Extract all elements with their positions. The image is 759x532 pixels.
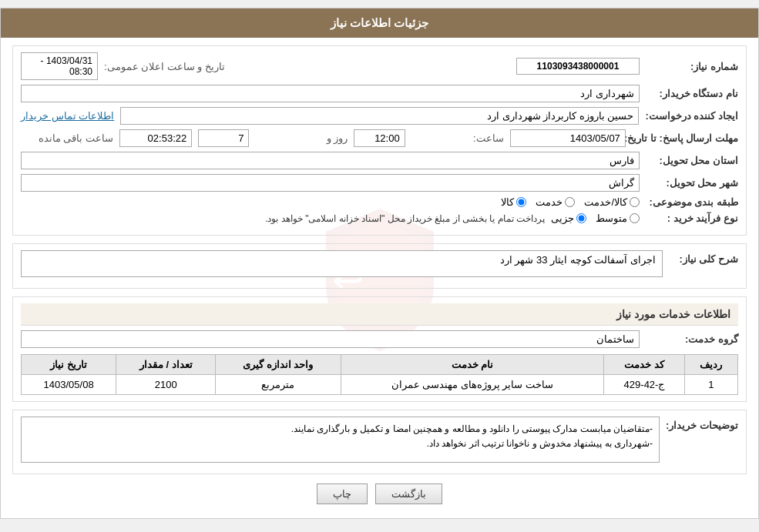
page-title: جزئیات اطلاعات نیاز xyxy=(331,16,428,29)
need-desc-value: اجرای آسفالت کوچه ایثار 33 شهر ارد xyxy=(21,250,663,277)
category-radio-group: کالا/خدمت خدمت کالا xyxy=(501,196,640,208)
buyer-org-label: نام دستگاه خریدار: xyxy=(646,88,738,99)
category-kala-khidmat-radio[interactable] xyxy=(630,197,640,207)
table-row: 1 ج-42-429 ساخت سایر پروژه‌های مهندسی عم… xyxy=(22,375,738,395)
reply-days-label: روز و xyxy=(255,132,348,144)
cell-date: 1403/05/08 xyxy=(22,375,116,395)
services-table: ردیف کد خدمت نام خدمت واحد اندازه گیری ت… xyxy=(21,354,738,395)
requester-label: ایجاد کننده درخواست: xyxy=(645,110,738,122)
category-kala-radio[interactable] xyxy=(516,197,526,207)
announce-label: تاریخ و ساعت اعلان عمومی: xyxy=(104,61,225,72)
purchase-type-juzii-label: جزیی xyxy=(551,212,574,224)
need-number-label: شماره نیاز: xyxy=(646,61,738,72)
page-header: جزئیات اطلاعات نیاز xyxy=(1,8,758,38)
col-header-row: ردیف xyxy=(684,355,737,375)
col-header-qty: تعداد / مقدار xyxy=(116,355,216,375)
reply-days-value: 7 xyxy=(198,129,249,147)
col-header-name: نام خدمت xyxy=(341,355,603,375)
purchase-type-radio-group: متوسط جزیی xyxy=(551,212,640,224)
purchase-type-label: نوع فرآیند خرید : xyxy=(646,212,738,224)
remaining-time-label: ساعت باقی مانده xyxy=(21,132,113,144)
reply-date-value: 1403/05/07 xyxy=(510,129,626,147)
purchase-type-juzii[interactable]: جزیی xyxy=(551,212,586,224)
buyer-notes-label: توضیحات خریدار: xyxy=(666,417,738,431)
purchase-type-mutavasit-radio[interactable] xyxy=(630,213,640,223)
col-header-unit: واحد اندازه گیری xyxy=(216,355,341,375)
category-khidmat-radio[interactable] xyxy=(565,197,575,207)
print-button[interactable]: چاپ xyxy=(317,483,368,504)
province-value: فارس xyxy=(21,152,640,169)
need-desc-label: شرح کلی نیاز: xyxy=(669,250,738,265)
col-header-date: تاریخ نیاز xyxy=(22,355,116,375)
service-group-label: گروه خدمت: xyxy=(646,333,738,345)
cell-qty: 2100 xyxy=(116,375,216,395)
buyer-org-value: شهرداری ارد xyxy=(21,85,640,102)
reply-time-label: ساعت: xyxy=(411,132,504,144)
announce-value: 1403/04/31 - 08:30 xyxy=(21,52,98,80)
reply-deadline-label: مهلت ارسال پاسخ: تا تاریخ: xyxy=(632,132,738,144)
col-header-code: کد خدمت xyxy=(604,355,685,375)
category-khidmat[interactable]: خدمت xyxy=(536,196,575,208)
purchase-type-mutavasit[interactable]: متوسط xyxy=(596,212,640,224)
service-group-value: ساختمان xyxy=(21,330,640,348)
contact-link[interactable]: اطلاعات تماس خریدار xyxy=(21,110,114,122)
category-khidmat-label: خدمت xyxy=(536,196,563,208)
purchase-type-juzii-radio[interactable] xyxy=(576,213,586,223)
buyer-notes-content: -متقاضیان میابست مدارک پیوستی را دانلود … xyxy=(21,417,660,463)
cell-row: 1 xyxy=(684,375,737,395)
need-number-value: 1103093438000001 xyxy=(516,58,640,75)
category-kala-khidmat[interactable]: کالا/خدمت xyxy=(584,196,640,208)
category-kala-label: کالا xyxy=(501,196,514,208)
remaining-time-value: 02:53:22 xyxy=(119,129,192,147)
province-label: استان محل تحویل: xyxy=(646,155,738,166)
services-info-title: اطلاعات خدمات مورد نیاز xyxy=(21,303,738,326)
category-kala-khidmat-label: کالا/خدمت xyxy=(584,196,627,208)
reply-time-value: 12:00 xyxy=(354,129,405,147)
category-label: طبقه بندی موضوعی: xyxy=(646,196,738,208)
cell-name: ساخت سایر پروژه‌های مهندسی عمران xyxy=(341,375,603,395)
city-label: شهر محل تحویل: xyxy=(646,177,738,189)
cell-code: ج-42-429 xyxy=(604,375,685,395)
purchase-type-mutavasit-label: متوسط xyxy=(596,212,627,224)
city-value: گراش xyxy=(21,174,640,192)
back-button[interactable]: بازگشت xyxy=(375,483,442,504)
category-kala[interactable]: کالا xyxy=(501,196,526,208)
cell-unit: مترمربع xyxy=(216,375,341,395)
purchase-type-note: پرداخت تمام یا بخشی از مبلغ خریداز محل "… xyxy=(265,213,545,224)
action-buttons: بازگشت چاپ xyxy=(12,483,747,504)
requester-value: حسین باروزه کاربرداز شهرداری ارد xyxy=(120,107,639,125)
